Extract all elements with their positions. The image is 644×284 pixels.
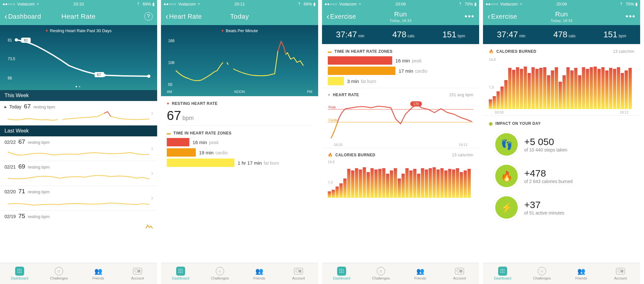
flame-icon: 🔥 (495, 165, 518, 187)
flame-icon: 🔥 (489, 49, 494, 54)
tab-friends[interactable]: 👥Friends (401, 263, 440, 284)
back-button[interactable]: ‹Heart Rate (166, 12, 202, 22)
svg-text:81: 81 (24, 38, 28, 42)
bolt-icon: ⚡ (495, 196, 518, 219)
tab-challenges[interactable]: ☆Challenges (39, 263, 79, 284)
x-axis: AMNOONPM (161, 90, 318, 96)
tab-dashboard[interactable]: Dashboard (322, 263, 361, 284)
tab-account[interactable]: Account (601, 263, 640, 284)
section-label: CALORIES BURNED (336, 153, 375, 157)
cal-rate: 13 cals/min (613, 49, 634, 54)
y-tick: 14,6 (328, 160, 473, 164)
calories-chart[interactable] (328, 166, 473, 198)
clock: 20:09 (556, 2, 567, 6)
svg-rect-26 (355, 168, 358, 198)
svg-rect-85 (601, 67, 605, 109)
tab-dashboard[interactable]: Dashboard (0, 263, 39, 284)
sparkline (5, 145, 153, 159)
svg-rect-82 (590, 67, 593, 109)
rhr-30day-chart[interactable]: 81 73,5 66 81 67 (0, 35, 157, 83)
battery-label: 69% (143, 2, 151, 6)
hero-title: Resting Heart Rate Past 30 Days (50, 28, 111, 33)
tab-dashboard[interactable]: Dashboard (483, 263, 522, 284)
more-icon: ••• (465, 13, 475, 20)
signal-icon: ●●○○○ (3, 2, 15, 6)
day-row-today[interactable]: ▸Today67resting bpm › (0, 101, 157, 125)
day-row[interactable]: 02/1975resting bpm (0, 210, 157, 235)
day-row[interactable]: 02/2169resting bpm › (0, 161, 157, 186)
impact-sub: of 2 643 calories burned (524, 179, 573, 184)
svg-rect-90 (621, 73, 624, 109)
tab-label: Account (131, 276, 144, 280)
help-button[interactable]: ? (144, 12, 153, 21)
resting-bpm-value: 67bpm (167, 108, 312, 123)
stats-band: 37:47min 478cals 151bpm (483, 25, 640, 44)
hr-run-chart[interactable]: Peak Cardio 170 (328, 100, 473, 142)
day-row[interactable]: 02/2267resting bpm › (0, 136, 157, 161)
tab-account[interactable]: Account (279, 263, 318, 284)
svg-text:81: 81 (8, 38, 12, 42)
zones-list: 16 minpeak 19 mincardio 1 hr 17 minfat b… (167, 138, 312, 167)
svg-rect-25 (351, 170, 354, 198)
tab-friends[interactable]: 👥Friends (562, 263, 601, 284)
chevron-left-icon: ‹ (327, 12, 329, 22)
back-button[interactable]: ‹Exercise (488, 12, 517, 22)
tab-friends[interactable]: 👥Friends (79, 263, 118, 284)
tab-challenges[interactable]: ☆Challenges (361, 263, 401, 284)
navbar: ‹Heart Rate Today (161, 8, 318, 25)
svg-rect-28 (363, 167, 366, 198)
day-value: 67 (24, 103, 31, 110)
day-label: 02/22 (5, 140, 16, 145)
screen-today: ●●○○○Vodacomᯤ 20:11 ⇡69%▮ ‹Heart Rate To… (161, 0, 318, 284)
svg-rect-35 (390, 170, 393, 198)
svg-rect-81 (586, 69, 589, 109)
section-label: TIME IN HEART RATE ZONES (174, 131, 232, 135)
more-button[interactable]: ••• (465, 13, 475, 20)
svg-rect-46 (432, 167, 436, 198)
bpm-chart[interactable]: 166 108 50 (161, 35, 318, 90)
navbar: ‹Exercise RunToday, 18:33 ••• (322, 8, 479, 25)
sparkline (5, 170, 153, 184)
tab-account[interactable]: Account (440, 263, 479, 284)
back-button[interactable]: ‹Exercise (327, 12, 356, 22)
svg-rect-91 (625, 70, 628, 109)
chevron-left-icon: ‹ (488, 12, 490, 22)
target-icon: ◉ (489, 121, 493, 126)
wifi-icon: ᯤ (36, 2, 41, 6)
day-unit: resting bpm (28, 140, 50, 145)
tab-friends[interactable]: 👥Friends (240, 263, 279, 284)
tab-challenges[interactable]: ☆Challenges (522, 263, 562, 284)
more-icon: ••• (626, 13, 636, 20)
tab-bar: Dashboard ☆Challenges 👥Friends Account (483, 263, 640, 284)
svg-rect-53 (460, 172, 463, 198)
clock: 20:08 (395, 2, 406, 6)
battery-icon: ▮ (152, 2, 155, 6)
svg-rect-87 (609, 68, 612, 109)
day-row[interactable]: 02/2071resting bpm › (0, 186, 157, 210)
svg-rect-33 (382, 168, 385, 198)
svg-rect-77 (570, 70, 573, 109)
svg-rect-67 (532, 67, 535, 109)
calories-chart[interactable] (489, 64, 634, 109)
tab-account[interactable]: Account (118, 263, 157, 284)
fitbit-logo-icon (176, 267, 185, 276)
svg-rect-89 (617, 67, 620, 109)
account-icon (616, 268, 625, 274)
navbar: ‹Exercise RunToday, 18:33 ••• (483, 8, 640, 25)
svg-rect-59 (500, 87, 504, 109)
svg-rect-50 (448, 169, 451, 198)
sparkline (5, 195, 153, 208)
tab-dashboard[interactable]: Dashboard (161, 263, 200, 284)
svg-point-9 (147, 75, 150, 78)
day-label: 02/20 (5, 189, 16, 194)
svg-rect-24 (347, 169, 350, 198)
page-dots[interactable]: ●● (0, 83, 157, 90)
svg-rect-22 (339, 183, 343, 198)
back-button[interactable]: ‹Dashboard (5, 12, 41, 22)
svg-rect-23 (343, 179, 346, 198)
svg-rect-44 (425, 169, 428, 198)
y-tick: 7,3 (328, 180, 333, 184)
tab-challenges[interactable]: ☆Challenges (200, 263, 240, 284)
more-button[interactable]: ••• (626, 13, 636, 20)
fitbit-logo-icon (337, 267, 346, 276)
